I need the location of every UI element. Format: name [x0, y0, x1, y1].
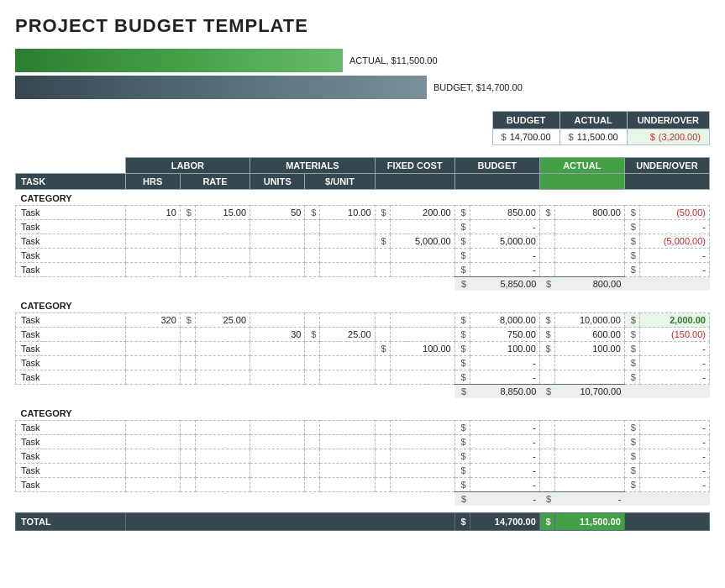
header-budget: BUDGET — [454, 158, 539, 174]
task-name: Task — [16, 464, 126, 478]
rate-dollar — [180, 449, 195, 464]
units-val — [250, 313, 305, 328]
uo-dollar: $ — [624, 449, 639, 464]
header-fixed-cost: FIXED COST — [375, 158, 454, 174]
act-dollar — [539, 449, 554, 464]
rate-val — [195, 263, 250, 277]
subtotal-bud-val: 8,850.00 — [470, 385, 539, 399]
rate-dollar — [180, 249, 195, 263]
task-name: Task — [16, 206, 126, 220]
act-val: 600.00 — [554, 328, 624, 342]
subtotal-bud-dollar: $ — [454, 385, 470, 399]
unit-dollar — [305, 313, 320, 328]
uo-dollar: $ — [624, 478, 639, 492]
uo-dollar: $ — [624, 342, 639, 356]
act-dollar — [539, 370, 554, 385]
actual-label: ACTUAL, $11,500.00 — [349, 55, 438, 66]
bud-val: - — [470, 449, 539, 464]
subtotal-bud-val: 5,850.00 — [470, 277, 539, 291]
unit-val — [320, 234, 375, 249]
act-dollar: $ — [539, 328, 554, 342]
sub-header-bud — [454, 174, 539, 190]
unit-val — [320, 478, 375, 492]
act-dollar — [539, 263, 554, 277]
summary-actual-val: $11,500.00 — [560, 129, 627, 145]
fc-val: 200.00 — [390, 206, 454, 220]
bud-val: - — [470, 421, 539, 435]
summary-budget-num: 14,700.00 — [510, 132, 551, 142]
rate-val — [195, 435, 250, 449]
chart-budget-row: BUDGET, $14,700.00 — [15, 76, 710, 99]
fc-val — [390, 370, 454, 385]
table-row: Task 320 $ 25.00 $ 8,000.00 $ 10,000.00 … — [16, 313, 710, 328]
rate-val — [195, 478, 250, 492]
fc-val — [390, 220, 454, 234]
rate-dollar — [180, 328, 195, 342]
hrs-val — [125, 449, 180, 464]
rate-dollar — [180, 421, 195, 435]
chart-actual-row: ACTUAL, $11,500.00 — [15, 49, 710, 72]
fc-dollar — [375, 328, 390, 342]
task-name: Task — [16, 421, 126, 435]
act-val: 10,000.00 — [554, 313, 624, 328]
rate-dollar: $ — [180, 206, 195, 220]
act-dollar — [539, 464, 554, 478]
unit-val — [320, 249, 375, 263]
subtotal-row-1: $ 8,850.00 $ 10,700.00 — [16, 385, 710, 399]
uo-dollar: $ — [624, 435, 639, 449]
act-dollar — [539, 234, 554, 249]
sub-header-fc — [375, 174, 454, 190]
bud-dollar: $ — [454, 478, 470, 492]
bud-val: 5,000.00 — [470, 234, 539, 249]
category-row-1: CATEGORY — [16, 297, 710, 313]
table-header-group: LABOR MATERIALS FIXED COST BUDGET ACTUAL… — [16, 158, 710, 174]
act-dollar: $ — [539, 342, 554, 356]
units-val — [250, 464, 305, 478]
rate-val — [195, 234, 250, 249]
fc-dollar — [375, 464, 390, 478]
total-label: TOTAL — [16, 512, 126, 530]
table-row: Task $ - $ - — [16, 478, 710, 492]
task-name: Task — [16, 234, 126, 249]
subtotal-bud-val: - — [470, 492, 539, 507]
rate-dollar — [180, 263, 195, 277]
rate-val — [195, 464, 250, 478]
fc-dollar — [375, 449, 390, 464]
act-dollar — [539, 356, 554, 370]
rate-val — [195, 220, 250, 234]
hrs-val — [125, 342, 180, 356]
rate-dollar — [180, 370, 195, 385]
rate-dollar — [180, 435, 195, 449]
rate-dollar — [180, 356, 195, 370]
rate-dollar: $ — [180, 313, 195, 328]
fc-val — [390, 464, 454, 478]
uo-val: - — [639, 220, 709, 234]
fc-val — [390, 478, 454, 492]
unit-dollar — [305, 342, 320, 356]
summary-header-uo: UNDER/OVER — [627, 112, 709, 129]
total-bud-dollar: $ — [454, 512, 470, 530]
rate-val — [195, 342, 250, 356]
unit-val — [320, 421, 375, 435]
fc-val — [390, 435, 454, 449]
uo-dollar: $ — [624, 356, 639, 370]
act-val — [554, 449, 624, 464]
subtotal-row-2: $ - $ - — [16, 492, 710, 507]
fc-val — [390, 263, 454, 277]
act-val — [554, 263, 624, 277]
sub-header-act — [539, 174, 624, 190]
unit-dollar — [305, 249, 320, 263]
uo-dollar: $ — [624, 249, 639, 263]
total-row: TOTAL $ 14,700.00 $ 11,500.00 — [16, 512, 710, 530]
fc-dollar — [375, 220, 390, 234]
fc-val — [390, 356, 454, 370]
act-val: 100.00 — [554, 342, 624, 356]
bud-dollar: $ — [454, 370, 470, 385]
act-val — [554, 234, 624, 249]
rate-val — [195, 421, 250, 435]
budget-table: LABOR MATERIALS FIXED COST BUDGET ACTUAL… — [15, 157, 710, 531]
header-under-over: UNDER/OVER — [624, 158, 709, 174]
hrs-val — [125, 478, 180, 492]
bud-dollar: $ — [454, 263, 470, 277]
uo-val: - — [639, 356, 709, 370]
